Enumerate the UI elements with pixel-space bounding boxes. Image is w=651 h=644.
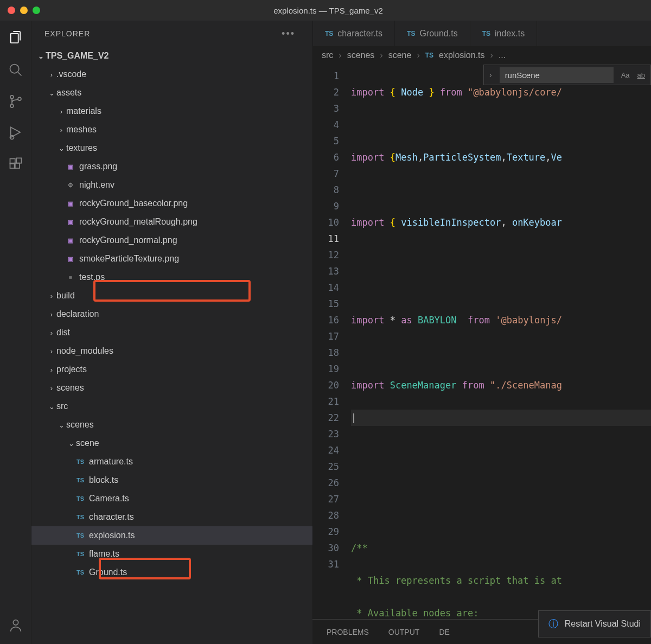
breadcrumb[interactable]: src› scenes› scene› TS explosion.ts› ... <box>313 46 651 65</box>
file-armature[interactable]: TSarmature.ts <box>31 452 312 471</box>
explorer-title: EXPLORER <box>44 29 90 38</box>
file-character[interactable]: TScharacter.ts <box>31 508 312 526</box>
folder-textures[interactable]: ⌄textures <box>31 139 312 157</box>
image-icon: ▣ <box>65 161 76 172</box>
explorer-icon[interactable] <box>8 30 24 47</box>
file-rocky-basecolor[interactable]: ▣rockyGround_basecolor.png <box>31 194 312 213</box>
svg-point-3 <box>10 104 14 107</box>
match-case-toggle[interactable]: Aa <box>621 71 630 79</box>
folder-build[interactable]: ›build <box>31 286 312 305</box>
file-flame[interactable]: TSflame.ts <box>31 545 312 563</box>
file-rocky-metalrough[interactable]: ▣rockyGround_metalRough.png <box>31 213 312 231</box>
panel-debug[interactable]: DE <box>439 628 449 636</box>
typescript-icon: TS <box>75 456 86 467</box>
traffic-lights <box>8 7 40 14</box>
folder-materials[interactable]: ›materials <box>31 102 312 120</box>
typescript-icon: TS <box>407 30 415 37</box>
notification-text: Restart Visual Studi <box>565 619 641 629</box>
chevron-right-icon[interactable]: › <box>489 71 492 79</box>
editor-area: TScharacter.ts TSGround.ts TSindex.ts sr… <box>312 21 651 644</box>
svg-point-4 <box>18 97 21 100</box>
titlebar: explosion.ts — TPS_game_v2 <box>0 0 651 21</box>
folder-scenes[interactable]: ⌄scenes <box>31 416 312 434</box>
typescript-icon: TS <box>325 30 333 37</box>
image-icon: ▣ <box>65 198 76 209</box>
minimize-window-button[interactable] <box>20 7 28 14</box>
activity-bar <box>0 21 31 644</box>
editor-tabs: TScharacter.ts TSGround.ts TSindex.ts <box>313 21 651 46</box>
extensions-icon[interactable] <box>8 156 24 173</box>
file-tree: ⌄TPS_GAME_V2 ›.vscode ⌄assets ›materials… <box>31 47 312 644</box>
folder-meshes[interactable]: ›meshes <box>31 120 312 139</box>
file-camera[interactable]: TSCamera.ts <box>31 489 312 508</box>
image-icon: ▣ <box>65 216 76 227</box>
line-gutter: 1234567891011121314151617181920212223242… <box>313 68 351 644</box>
find-widget[interactable]: › Aa ab <box>483 65 651 85</box>
typescript-icon: TS <box>482 30 490 37</box>
find-input[interactable] <box>500 67 614 83</box>
typescript-icon: TS <box>75 493 86 504</box>
file-grass[interactable]: ▣grass.png <box>31 157 312 176</box>
svg-point-2 <box>10 95 14 99</box>
search-icon[interactable] <box>8 62 24 78</box>
explorer-more-icon[interactable]: ••• <box>282 28 299 40</box>
tab-index[interactable]: TSindex.ts <box>470 21 537 46</box>
file-explosion[interactable]: TSexplosion.ts <box>31 526 312 545</box>
folder-scenes-root[interactable]: ›scenes <box>31 379 312 397</box>
panel-output[interactable]: OUTPUT <box>388 628 420 636</box>
tab-character[interactable]: TScharacter.ts <box>313 21 395 46</box>
run-debug-icon[interactable] <box>8 125 24 141</box>
file-ground[interactable]: TSGround.ts <box>31 563 312 582</box>
file-test-ps[interactable]: ≡test.ps <box>31 268 312 286</box>
folder-assets[interactable]: ⌄assets <box>31 84 312 102</box>
gear-icon: ⚙ <box>65 180 76 190</box>
typescript-icon: TS <box>75 512 86 522</box>
svg-point-1 <box>10 65 18 73</box>
window-title: explosion.ts — TPS_game_v2 <box>40 6 643 15</box>
file-block[interactable]: TSblock.ts <box>31 471 312 489</box>
source-control-icon[interactable] <box>8 93 24 110</box>
typescript-icon: TS <box>75 549 86 559</box>
folder-src[interactable]: ⌄src <box>31 397 312 416</box>
folder-declaration[interactable]: ›declaration <box>31 305 312 323</box>
svg-rect-9 <box>16 158 21 163</box>
typescript-icon: TS <box>75 530 86 541</box>
svg-rect-0 <box>10 34 18 43</box>
typescript-icon: TS <box>75 567 86 578</box>
info-icon: ⓘ <box>548 617 558 630</box>
tree-root[interactable]: ⌄TPS_GAME_V2 <box>31 47 312 65</box>
file-night[interactable]: ⚙night.env <box>31 176 312 194</box>
folder-projects[interactable]: ›projects <box>31 360 312 379</box>
code-editor[interactable]: 1234567891011121314151617181920212223242… <box>313 68 651 644</box>
image-icon: ▣ <box>65 235 76 246</box>
close-window-button[interactable] <box>8 7 15 14</box>
folder-vscode[interactable]: ›.vscode <box>31 65 312 84</box>
typescript-icon: TS <box>75 475 86 486</box>
explorer-sidebar: EXPLORER ••• ⌄TPS_GAME_V2 ›.vscode ⌄asse… <box>31 21 312 644</box>
folder-scene[interactable]: ⌄scene <box>31 434 312 452</box>
file-icon: ≡ <box>65 272 76 283</box>
panel-problems[interactable]: PROBLEMS <box>327 628 369 636</box>
account-icon[interactable] <box>8 617 24 633</box>
notification-toast[interactable]: ⓘ Restart Visual Studi <box>538 610 651 637</box>
maximize-window-button[interactable] <box>33 7 40 14</box>
typescript-icon: TS <box>425 52 433 59</box>
match-word-toggle[interactable]: ab <box>637 71 645 79</box>
file-smoke-particle[interactable]: ▣smokeParticleTexture.png <box>31 250 312 268</box>
file-rocky-normal[interactable]: ▣rockyGround_normal.png <box>31 231 312 250</box>
image-icon: ▣ <box>65 253 76 264</box>
folder-dist[interactable]: ›dist <box>31 323 312 342</box>
svg-point-10 <box>13 620 18 625</box>
tab-ground[interactable]: TSGround.ts <box>395 21 470 46</box>
folder-node-modules[interactable]: ›node_modules <box>31 342 312 360</box>
